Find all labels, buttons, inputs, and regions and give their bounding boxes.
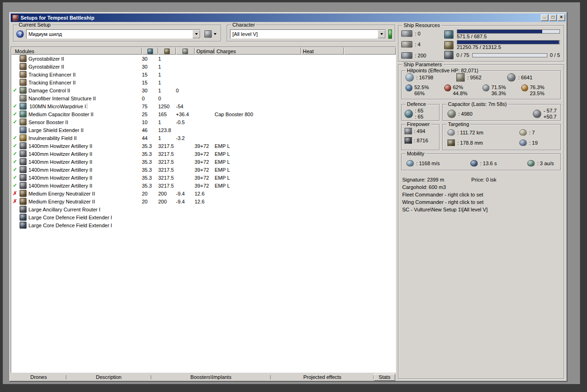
- module-cpu-value: 75: [140, 104, 156, 109]
- structure-hp: : 6641: [507, 73, 558, 82]
- module-powergrid-value: 165: [156, 112, 174, 117]
- module-row[interactable]: ✓1400mm Howitzer Artillery II35.33217.53…: [11, 150, 396, 158]
- cap-recharge-icon: [533, 110, 541, 118]
- module-state-icon: ✓: [11, 119, 19, 125]
- sensor-strength-item: : 19: [519, 140, 559, 146]
- cpu-column-header[interactable]: [142, 47, 158, 55]
- module-row[interactable]: Tracking Enhancer II151: [11, 70, 396, 78]
- capacitor-column-header[interactable]: [176, 47, 195, 55]
- module-row[interactable]: Large Ancillary Current Router I: [11, 205, 396, 213]
- module-powergrid-value: 1: [156, 56, 174, 62]
- minimize-icon: _: [543, 14, 546, 18]
- capacitor-amount: : 4980: [458, 111, 473, 117]
- module-rows: Gyrostabilizer II301Gyrostabilizer II301…: [11, 55, 396, 229]
- module-cpu-value: 30: [140, 88, 156, 93]
- help-icon[interactable]: ?: [16, 30, 24, 38]
- titlebar[interactable]: Setups for Tempest Battleship _ □ ×: [11, 14, 566, 22]
- maximize-button[interactable]: □: [549, 14, 557, 21]
- price-value: Price: 0 isk: [471, 176, 496, 183]
- minimize-button[interactable]: _: [541, 14, 548, 21]
- module-row[interactable]: ✓100MN MicroWarpdrive I751250-54: [11, 102, 396, 110]
- module-state-icon: ✓: [11, 87, 19, 93]
- volley-value: : 8716: [414, 138, 428, 143]
- module-name: Large Core Defence Field Extender I: [28, 215, 140, 220]
- sensor-strength-icon: [519, 140, 527, 146]
- capacitor-booster-icon: [20, 111, 27, 118]
- module-row[interactable]: ✓1400mm Howitzer Artillery II35.33217.53…: [11, 142, 396, 150]
- character-combo[interactable]: [All level V]: [230, 29, 386, 39]
- tab-drones[interactable]: Drones: [11, 374, 66, 380]
- powergrid-usage-bar: [457, 40, 560, 44]
- module-optimal-value: 39+72: [192, 167, 212, 173]
- module-row[interactable]: ✓1400mm Howitzer Artillery II35.33217.53…: [11, 158, 396, 166]
- module-cpu-value: 30: [140, 56, 156, 62]
- close-button[interactable]: ×: [558, 14, 565, 21]
- module-state-icon: ✗: [11, 190, 19, 196]
- module-state-icon: ✗: [11, 198, 19, 204]
- character-combo-dropdown[interactable]: [377, 30, 385, 38]
- gyrostabilizer-icon: [20, 63, 27, 70]
- module-name: Nanofiber Internal Structure II: [28, 96, 140, 101]
- core-defence-field-extender-icon: [20, 222, 27, 229]
- module-charge-value: EMP L: [212, 183, 299, 189]
- wing-commander-line[interactable]: Wing Commander - right click to set: [402, 198, 561, 206]
- drone-bay-text: 0 / 75: [456, 52, 469, 58]
- tab-stats[interactable]: Stats: [374, 374, 395, 381]
- setup-combo-dropdown[interactable]: [192, 30, 200, 38]
- sensor-booster-icon: [20, 119, 27, 126]
- modules-column-header[interactable]: Modules: [11, 47, 142, 55]
- module-row[interactable]: ✓Sensor Booster II101-0.5: [11, 118, 396, 126]
- module-row[interactable]: ✓Medium Capacitor Booster II25165+36.4Ca…: [11, 110, 396, 118]
- module-row[interactable]: Large Core Defence Field Extender I: [11, 213, 396, 221]
- module-row[interactable]: ✓1400mm Howitzer Artillery II35.33217.53…: [11, 174, 396, 182]
- fleet-commander-line[interactable]: Fleet Commander - right click to set: [402, 191, 561, 198]
- tab-boosters-implants[interactable]: Boosters\Implants: [151, 374, 271, 380]
- drone-bay-icon: [444, 51, 454, 59]
- tab-projected-effects[interactable]: Projected effects: [271, 374, 374, 380]
- module-name: Medium Energy Neutralizer II: [28, 191, 140, 196]
- module-row[interactable]: Gyrostabilizer II301: [11, 55, 396, 63]
- heat-column-header[interactable]: Heat: [301, 47, 344, 55]
- powergrid-icon: [164, 49, 170, 54]
- module-cap-value: -3.2: [174, 135, 192, 141]
- module-cpu-value: 10: [140, 119, 156, 125]
- module-row[interactable]: Nanofiber Internal Structure II00: [11, 94, 396, 102]
- explosive-armor-resist: 23.5%: [530, 91, 545, 97]
- module-row[interactable]: ✗Medium Energy Neutralizer II20200-9.412…: [11, 197, 396, 205]
- module-row[interactable]: ✓Damage Control II3010: [11, 86, 396, 94]
- window-content: Current Setup ? Мидиум шилд Character: [11, 22, 566, 380]
- powergrid-column-header[interactable]: [158, 47, 176, 55]
- module-row[interactable]: ✓Invulnerability Field II441-3.2: [11, 134, 396, 142]
- module-cap-value: +36.4: [174, 112, 192, 117]
- module-name: Tracking Enhancer II: [28, 72, 140, 77]
- module-powergrid-value: 200: [156, 191, 174, 196]
- tools-icon: [204, 30, 212, 38]
- em-shield-resist: 52.5%: [414, 84, 429, 91]
- tab-description[interactable]: Description: [66, 374, 151, 380]
- bottom-tabstrip: Drones Description Boosters\Implants Pro…: [11, 374, 396, 381]
- module-state-icon: ✓: [11, 111, 19, 117]
- module-row[interactable]: ✓1400mm Howitzer Artillery II35.33217.53…: [11, 166, 396, 174]
- module-row[interactable]: ✗Medium Energy Neutralizer II20200-9.412…: [11, 189, 396, 197]
- optimal-column-header[interactable]: Optimal: [195, 47, 215, 55]
- module-row[interactable]: Large Shield Extender II46123.8: [11, 126, 396, 134]
- module-row[interactable]: Tracking Enhancer II151: [11, 78, 396, 86]
- modules-list-header: Modules Optimal Charges Heat: [11, 47, 396, 55]
- cargohold-value: Cargohold: 600 m3: [402, 183, 561, 191]
- module-optimal-value: 39+72: [192, 175, 212, 181]
- module-row[interactable]: Gyrostabilizer II301: [11, 63, 396, 70]
- window-title: Setups for Tempest Battleship: [21, 15, 540, 21]
- module-row[interactable]: Large Core Defence Field Extender I: [11, 221, 396, 229]
- explosive-shield-resist: 76.3%: [530, 84, 545, 91]
- cpu-usage-text: 571.5 / 687.5: [457, 34, 560, 40]
- thermal-shield-resist: 62%: [453, 84, 468, 91]
- module-name: Gyrostabilizer II: [28, 64, 140, 70]
- calibration-value: : 200: [415, 53, 426, 58]
- setup-combo[interactable]: Мидиум шилд: [26, 29, 201, 39]
- charges-column-header[interactable]: Charges: [215, 47, 301, 55]
- drone-usage: 0 / 75 0 / 5: [444, 51, 560, 59]
- module-row[interactable]: ✓1400mm Howitzer Artillery II35.33217.53…: [11, 182, 396, 189]
- tools-button[interactable]: [203, 30, 218, 38]
- launcher-hardpoints: : 4: [401, 41, 440, 49]
- module-cpu-value: 35.3: [140, 175, 156, 181]
